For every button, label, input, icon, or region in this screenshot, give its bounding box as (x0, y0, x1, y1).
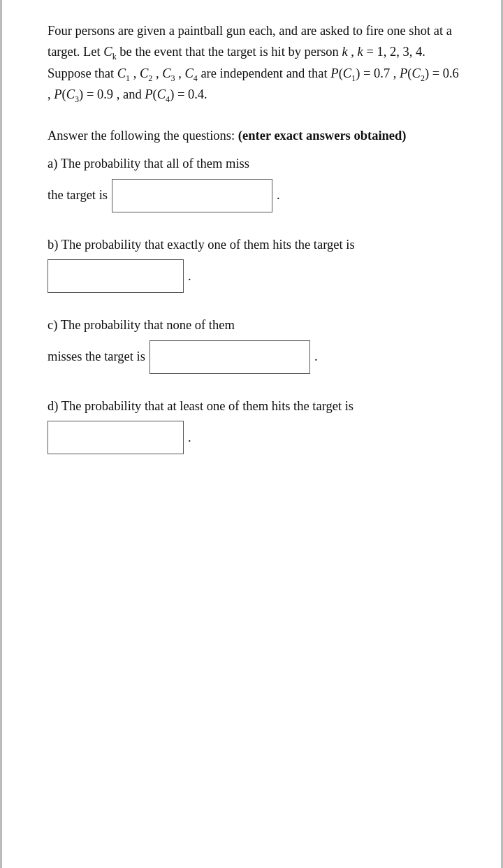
question-b-answer-row: . (48, 259, 462, 293)
question-a-input[interactable] (112, 179, 272, 212)
question-b-text: b) The probability that exactly one of t… (48, 235, 462, 256)
question-c-answer-row: misses the target is . (48, 340, 462, 374)
question-c-input[interactable] (150, 340, 310, 374)
question-a-block: a) The probability that all of them miss… (48, 154, 462, 212)
question-a-label: a) The probability that all of them miss (48, 157, 249, 171)
question-c-period: . (314, 347, 318, 368)
question-d-input[interactable] (48, 421, 184, 454)
instructions-text: Answer the following the questions: (ent… (48, 126, 462, 147)
question-d-block: d) The probability that at least one of … (48, 396, 462, 455)
question-a-text: a) The probability that all of them miss (48, 154, 462, 175)
question-b-input[interactable] (48, 259, 184, 293)
question-d-text: d) The probability that at least one of … (48, 396, 462, 417)
question-a-prefix: the target is (48, 185, 108, 206)
question-c-text: c) The probability that none of them (48, 315, 462, 336)
page-container: Four persons are given a paintball gun e… (0, 0, 503, 868)
question-a-period: . (277, 185, 280, 206)
instructions-bold: (enter exact answers obtained) (238, 129, 407, 143)
question-d-period: . (188, 428, 191, 448)
question-b-period: . (188, 266, 191, 287)
question-d-answer-row: . (48, 421, 462, 454)
problem-statement: Four persons are given a paintball gun e… (48, 21, 462, 106)
question-c-block: c) The probability that none of them mis… (48, 315, 462, 374)
question-c-prefix: misses the target is (48, 347, 145, 368)
question-a-answer-row: the target is . (48, 179, 462, 212)
question-b-block: b) The probability that exactly one of t… (48, 235, 462, 294)
